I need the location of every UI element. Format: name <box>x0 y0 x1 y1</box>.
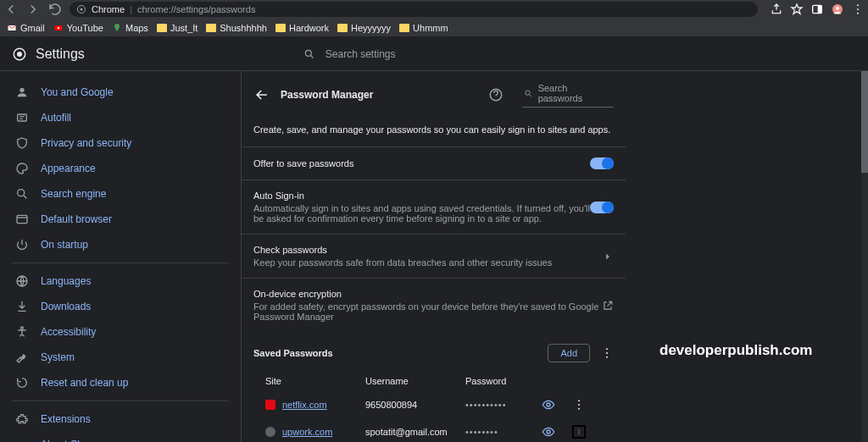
password-search[interactable]: Search passwords <box>522 81 614 108</box>
bookmark-folder[interactable]: Hardwork <box>275 23 329 33</box>
row-more-button[interactable] <box>572 425 586 439</box>
open-in-new-icon <box>602 300 614 312</box>
app-title: Settings <box>36 47 85 62</box>
bookmarks-bar: Gmail YouTube Maps Just_It Shushhhhh Har… <box>0 19 868 37</box>
saved-more-button[interactable] <box>600 346 614 360</box>
search-icon <box>15 187 29 201</box>
svg-point-17 <box>18 190 25 196</box>
username-cell: 9650800894 <box>365 400 465 410</box>
sidebar-item-downloads[interactable]: Downloads <box>0 294 241 319</box>
download-icon <box>15 300 29 313</box>
svg-point-8 <box>857 13 859 14</box>
sidebar-item-languages[interactable]: Languages <box>0 268 241 294</box>
palette-icon <box>15 162 29 175</box>
check-passwords-row[interactable]: Check passwords Keep your passwords safe… <box>242 234 626 278</box>
folder-icon <box>399 24 409 32</box>
search-placeholder: Search settings <box>326 48 396 60</box>
sidebar-item-reset[interactable]: Reset and clean up <box>0 370 241 395</box>
folder-icon <box>275 24 286 32</box>
address-bar[interactable]: Chrome | chrome://settings/passwords <box>70 2 758 17</box>
panel-icon[interactable] <box>810 3 824 16</box>
bookmark-youtube[interactable]: YouTube <box>53 23 103 33</box>
shield-icon <box>15 136 29 150</box>
svg-point-15 <box>19 88 24 92</box>
reload-button[interactable] <box>47 2 63 17</box>
settings-sidebar: You and Google Autofill Privacy and secu… <box>0 71 241 442</box>
omnibox-label: Chrome <box>92 4 125 14</box>
youtube-icon <box>53 23 64 33</box>
svg-point-20 <box>21 327 24 329</box>
passwords-table-header: Site Username Password <box>242 371 626 391</box>
folder-icon <box>157 24 167 32</box>
offer-save-toggle[interactable] <box>590 157 614 169</box>
password-cell: •••••••• <box>465 427 542 437</box>
bookmark-maps[interactable]: Maps <box>112 23 148 33</box>
scrollbar[interactable] <box>861 71 868 442</box>
share-icon[interactable] <box>770 3 783 16</box>
help-icon[interactable] <box>488 87 504 102</box>
svg-point-28 <box>578 404 580 406</box>
ondevice-encryption-row[interactable]: On-device encryption For added safety, e… <box>242 278 626 332</box>
globe-icon <box>15 274 29 288</box>
reset-icon <box>15 376 29 390</box>
omnibox-url: chrome://settings/passwords <box>137 4 255 14</box>
folder-icon <box>337 24 348 32</box>
sidebar-item-privacy[interactable]: Privacy and security <box>0 130 241 156</box>
row-more-button[interactable] <box>572 398 586 412</box>
sidebar-item-accessibility[interactable]: Accessibility <box>0 319 241 345</box>
search-icon <box>524 89 533 98</box>
add-password-button[interactable]: Add <box>548 344 590 362</box>
browser-icon <box>15 213 29 226</box>
svg-point-14 <box>305 50 311 56</box>
folder-icon <box>206 24 216 32</box>
svg-point-25 <box>606 356 608 358</box>
scrollbar-thumb[interactable] <box>861 71 868 173</box>
svg-point-30 <box>547 430 550 434</box>
back-button[interactable] <box>3 2 19 17</box>
more-icon[interactable] <box>851 3 865 16</box>
sidebar-item-autofill[interactable]: Autofill <box>0 105 241 130</box>
svg-point-23 <box>606 348 608 350</box>
bookmark-star-icon[interactable] <box>790 3 804 16</box>
svg-point-29 <box>578 408 580 410</box>
power-icon <box>15 238 29 251</box>
sidebar-item-about[interactable]: About Chrome <box>0 432 241 442</box>
sidebar-item-appearance[interactable]: Appearance <box>0 156 241 181</box>
auto-signin-row: Auto Sign-in Automatically sign in to si… <box>242 180 626 234</box>
chevron-right-icon <box>602 251 614 262</box>
gmail-icon <box>7 23 17 33</box>
auto-signin-toggle[interactable] <box>590 202 614 213</box>
bookmark-folder[interactable]: Shushhhhh <box>206 23 267 33</box>
svg-point-13 <box>17 52 22 57</box>
svg-point-1 <box>81 8 83 11</box>
saved-passwords-title: Saved Passwords <box>253 348 548 358</box>
bookmark-folder[interactable]: Just_It <box>157 23 198 33</box>
bookmark-gmail[interactable]: Gmail <box>7 23 45 33</box>
sidebar-item-default-browser[interactable]: Default browser <box>0 207 241 232</box>
watermark-text: developerpublish.com <box>659 342 812 359</box>
site-favicon <box>265 400 275 410</box>
profile-avatar[interactable] <box>831 3 844 16</box>
sidebar-item-you-and-google[interactable]: You and Google <box>0 80 241 105</box>
bookmark-folder[interactable]: Heyyyyyy <box>337 23 391 33</box>
bookmark-folder[interactable]: Uhmmm <box>399 23 448 33</box>
panel-description: Create, save, and manage your passwords … <box>242 118 626 146</box>
svg-rect-18 <box>17 215 27 223</box>
reveal-password-icon[interactable] <box>542 425 555 439</box>
svg-rect-3 <box>818 5 822 13</box>
panel-title: Password Manager <box>281 89 478 101</box>
site-link[interactable]: upwork.com <box>282 427 332 437</box>
puzzle-icon <box>15 412 29 426</box>
site-link[interactable]: netflix.com <box>282 400 327 410</box>
sidebar-item-extensions[interactable]: Extensions <box>0 406 241 432</box>
settings-search[interactable]: Search settings <box>303 48 396 60</box>
sidebar-item-search-engine[interactable]: Search engine <box>0 181 241 207</box>
back-arrow-button[interactable] <box>253 86 270 103</box>
svg-point-7 <box>857 8 859 10</box>
sidebar-item-system[interactable]: System <box>0 345 241 370</box>
svg-point-6 <box>857 4 859 6</box>
forward-button[interactable] <box>25 2 41 17</box>
sidebar-item-on-startup[interactable]: On startup <box>0 232 241 257</box>
password-cell: •••••••••• <box>465 400 542 410</box>
reveal-password-icon[interactable] <box>542 398 555 412</box>
